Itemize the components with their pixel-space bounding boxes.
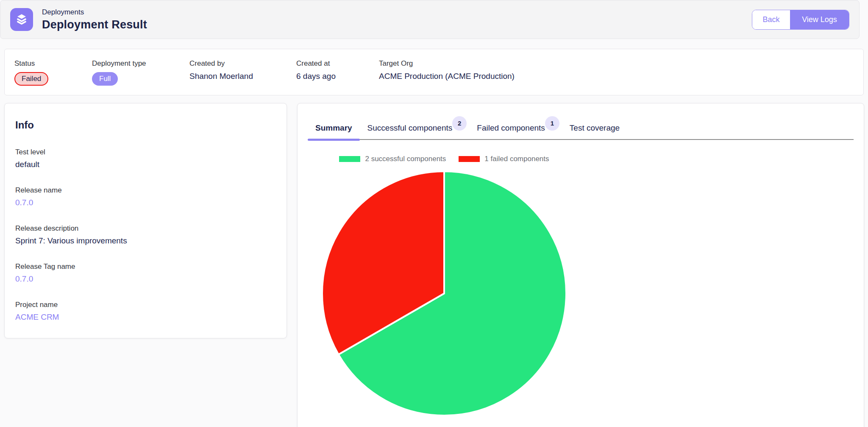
info-label: Release name bbox=[15, 186, 276, 195]
tab-label: Summary bbox=[315, 123, 352, 132]
info-field-release-tag-name: Release Tag name 0.7.0 bbox=[15, 262, 276, 284]
legend-swatch-failed bbox=[459, 156, 480, 162]
meta-label: Target Org bbox=[379, 59, 863, 68]
meta-status: Status Failed bbox=[14, 59, 92, 86]
created-at-value: 6 days ago bbox=[296, 72, 379, 81]
failed-count-badge: 1 bbox=[545, 116, 559, 131]
meta-deployment-type: Deployment type Full bbox=[92, 59, 189, 86]
tab-label: Failed components bbox=[477, 123, 545, 132]
release-name-link[interactable]: 0.7.0 bbox=[15, 198, 276, 207]
meta-label: Created by bbox=[189, 59, 296, 68]
meta-target-org: Target Org ACME Production (ACME Product… bbox=[379, 59, 863, 86]
meta-label: Status bbox=[14, 59, 92, 68]
legend-item-failed[interactable]: 1 failed components bbox=[459, 155, 549, 163]
meta-created-by: Created by Shanon Moerland bbox=[189, 59, 296, 86]
project-name-link[interactable]: ACME CRM bbox=[15, 313, 276, 322]
tab-successful-components[interactable]: Successful components 2 bbox=[360, 123, 460, 139]
legend-label: 2 successful components bbox=[365, 155, 446, 163]
release-tag-link[interactable]: 0.7.0 bbox=[15, 274, 276, 284]
pie-chart bbox=[308, 168, 581, 419]
tab-label: Successful components bbox=[367, 123, 453, 132]
info-label: Release description bbox=[15, 224, 276, 233]
meta-label: Created at bbox=[296, 59, 379, 68]
result-panel: Summary Successful components 2 Failed c… bbox=[297, 103, 864, 427]
info-field-test-level: Test level default bbox=[15, 148, 276, 169]
info-panel-title: Info bbox=[15, 119, 276, 131]
header-button-group: Back View Logs bbox=[752, 10, 849, 30]
successful-count-badge: 2 bbox=[452, 116, 467, 131]
info-panel: Info Test level default Release name 0.7… bbox=[4, 103, 287, 338]
info-label: Release Tag name bbox=[15, 262, 276, 271]
layers-icon bbox=[10, 8, 33, 31]
target-org-value: ACME Production (ACME Production) bbox=[379, 72, 863, 81]
back-button[interactable]: Back bbox=[752, 10, 790, 29]
info-field-release-name: Release name 0.7.0 bbox=[15, 186, 276, 207]
header: Deployments Deployment Result Back View … bbox=[0, 0, 860, 39]
chart-legend: 2 successful components 1 failed compone… bbox=[308, 155, 581, 163]
info-field-release-description: Release description Sprint 7: Various im… bbox=[15, 224, 276, 246]
view-logs-button[interactable]: View Logs bbox=[790, 10, 849, 29]
summary-chart: 2 successful components 1 failed compone… bbox=[308, 155, 581, 419]
tab-bar: Summary Successful components 2 Failed c… bbox=[308, 123, 854, 140]
tab-label: Test coverage bbox=[570, 123, 620, 132]
tab-summary[interactable]: Summary bbox=[308, 123, 360, 139]
legend-item-successful[interactable]: 2 successful components bbox=[339, 155, 446, 163]
meta-label: Deployment type bbox=[92, 59, 189, 68]
created-by-value: Shanon Moerland bbox=[189, 72, 296, 81]
breadcrumb: Deployments bbox=[42, 8, 147, 17]
tab-test-coverage[interactable]: Test coverage bbox=[562, 123, 627, 139]
tab-failed-components[interactable]: Failed components 1 bbox=[469, 123, 553, 139]
test-level-value: default bbox=[15, 160, 276, 169]
status-badge: Failed bbox=[14, 72, 48, 86]
meta-created-at: Created at 6 days ago bbox=[296, 59, 379, 86]
info-label: Test level bbox=[15, 148, 276, 156]
info-field-project-name: Project name ACME CRM bbox=[15, 301, 276, 322]
legend-swatch-successful bbox=[339, 156, 360, 162]
legend-label: 1 failed components bbox=[484, 155, 549, 163]
pie-chart-svg bbox=[319, 168, 570, 419]
page-title: Deployment Result bbox=[42, 18, 147, 31]
deployment-type-badge: Full bbox=[92, 72, 118, 86]
release-description-value: Sprint 7: Various improvements bbox=[15, 236, 276, 246]
deployment-meta-bar: Status Failed Deployment type Full Creat… bbox=[4, 49, 864, 95]
info-label: Project name bbox=[15, 301, 276, 309]
